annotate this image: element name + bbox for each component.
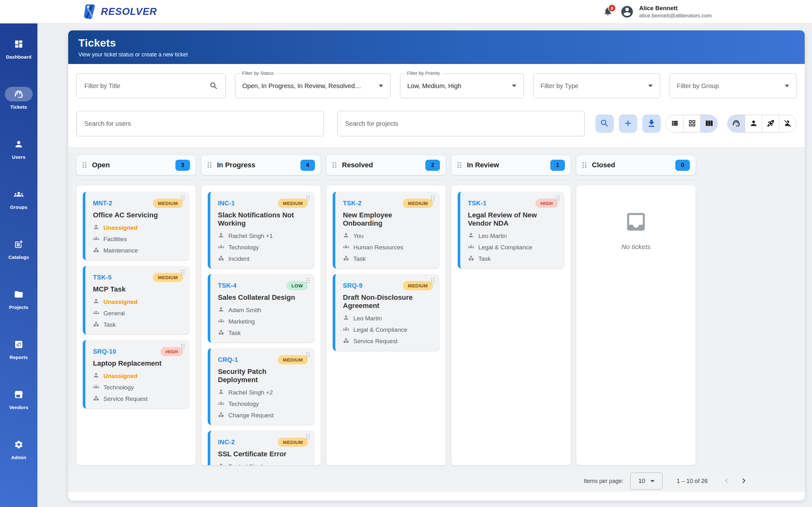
chevron-down-icon (512, 84, 516, 87)
person-icon (468, 232, 474, 240)
drag-handle-icon[interactable] (306, 352, 310, 357)
chevron-right-icon (739, 476, 749, 487)
chevron-down-icon (379, 84, 383, 87)
group-name: Legal & Compliance (478, 244, 532, 251)
drag-handle-icon[interactable] (306, 195, 310, 201)
person-icon (218, 463, 224, 465)
ticket-card-inc-1[interactable]: INC-1 MEDIUM Slack Notifications Not Wor… (208, 192, 314, 268)
ticket-card-srq-9[interactable]: SRQ-9 MEDIUM Draft Non-Disclosure Agreem… (333, 274, 439, 351)
page-title: Tickets (78, 37, 795, 49)
sidebar-item-tickets[interactable]: Tickets (0, 87, 38, 110)
filter-priority-select[interactable]: Filter by Priority Low, Medium, High (400, 73, 524, 98)
ticket-card-crq-1[interactable]: CRQ-1 MEDIUM Security Patch Deployment R… (208, 348, 314, 425)
person-icon (343, 314, 349, 322)
kanban-view-icon (705, 119, 713, 128)
unassigned-tickets-button[interactable] (779, 115, 796, 132)
kanban-view-button[interactable] (700, 115, 717, 132)
sidebar-item-catalogs[interactable]: Catalogs (0, 237, 38, 260)
notifications-button[interactable]: 8 (600, 4, 615, 19)
column-divider (77, 180, 195, 180)
drag-handle-icon[interactable] (431, 278, 435, 283)
filter-status-select[interactable]: Filter by Status Open, In Progress, In R… (235, 73, 391, 98)
filter-type-select[interactable]: Filter by Type (533, 73, 660, 98)
card-top-row: CRQ-1 MEDIUM (218, 355, 308, 364)
ticket-info: Rachel Singh +2 Technology Change Reques… (218, 389, 308, 419)
page-size-select[interactable]: 10 (630, 472, 663, 490)
filter-title-field[interactable] (77, 73, 225, 98)
group-row: Technology (218, 243, 308, 251)
sidebar-item-projects[interactable]: Projects (0, 287, 38, 310)
app: RESOLVER 8 Alice Bennett alice.bennett@a… (0, 0, 812, 507)
column-header[interactable]: Closed 0 (576, 155, 696, 175)
sidebar-item-dashboard[interactable]: Dashboard (0, 37, 38, 60)
search-users-input[interactable] (77, 111, 324, 136)
drag-handle-icon[interactable] (582, 162, 587, 168)
search-projects-input[interactable] (337, 111, 585, 136)
view-mode-toggle (666, 115, 718, 132)
resolver-logo-icon (82, 4, 98, 20)
drag-handle-icon[interactable] (306, 434, 310, 440)
user-email: alice.bennett@alliterators.com (639, 13, 712, 19)
list-view-button[interactable] (666, 115, 683, 132)
ticket-id: INC-2 (218, 439, 235, 446)
next-page-button[interactable] (737, 474, 751, 488)
priority-badge: MEDIUM (403, 199, 433, 208)
ticket-card-tsk-1[interactable]: TSK-1 HIGH Legal Review of New Vendor ND… (458, 192, 564, 268)
add-ticket-button[interactable] (619, 114, 637, 133)
assignee-row: Leo Martin (343, 314, 433, 322)
sidebar-item-label: Projects (9, 304, 29, 310)
column-header[interactable]: Open 3 (77, 155, 196, 175)
ticket-card-srq-10[interactable]: SRQ-10 HIGH Laptop Replacement Unassigne… (83, 340, 189, 408)
ticket-id: MNT-2 (93, 200, 112, 207)
grid-view-button[interactable] (683, 115, 700, 132)
previous-page-button[interactable] (720, 474, 734, 488)
my-tickets-button[interactable] (745, 115, 762, 132)
column-header[interactable]: In Progress 4 (201, 155, 321, 175)
rocket-icon (767, 119, 775, 128)
sidebar-item-reports[interactable]: Reports (0, 337, 38, 360)
drag-handle-icon[interactable] (181, 269, 185, 275)
drag-handle-icon[interactable] (332, 162, 337, 168)
support-tickets-button[interactable] (728, 115, 745, 132)
group-row: Human Resources (343, 243, 433, 251)
type-row: Task (343, 255, 433, 263)
ticket-card-tsk-2[interactable]: TSK-2 MEDIUM New Employee Onboarding You… (333, 192, 439, 268)
sidebar-item-groups[interactable]: Groups (0, 187, 38, 210)
ticket-title: Office AC Servicing (93, 211, 183, 219)
groups-icon (93, 383, 99, 391)
filter-group-select[interactable]: Filter by Group (670, 73, 797, 98)
sidebar-item-users[interactable]: Users (0, 137, 38, 160)
search-icon (209, 81, 218, 90)
ticket-card-tsk-5[interactable]: TSK-5 MEDIUM MCP Task Unassigned General… (83, 266, 189, 334)
filter-title-input[interactable] (84, 82, 209, 90)
sidebar-item-admin[interactable]: Admin (0, 437, 38, 460)
card-top-row: INC-2 MEDIUM (218, 438, 308, 447)
download-button[interactable] (642, 114, 661, 133)
drag-handle-icon[interactable] (181, 343, 185, 349)
drag-handle-icon[interactable] (431, 195, 435, 201)
drag-handle-icon[interactable] (457, 162, 462, 168)
column-header[interactable]: Resolved 2 (326, 155, 446, 175)
drag-handle-icon[interactable] (82, 162, 87, 168)
type-name: Service Request (353, 338, 397, 345)
type-row: Service Request (343, 337, 433, 345)
assignee-row: Rachel Singh (218, 463, 308, 465)
sidebar-item-vendors[interactable]: Vendors (0, 387, 38, 410)
group-row: Legal & Compliance (343, 326, 433, 334)
drag-handle-icon[interactable] (181, 195, 185, 201)
category-icon (343, 255, 349, 263)
search-button[interactable] (595, 114, 614, 133)
ticket-card-inc-2[interactable]: INC-2 MEDIUM SSL Certificate Error Rache… (208, 431, 314, 465)
avatar[interactable] (620, 5, 634, 19)
ticket-title: Sales Collateral Design (218, 293, 308, 302)
launched-tickets-button[interactable] (762, 115, 779, 132)
drag-handle-icon[interactable] (556, 195, 560, 201)
sidebar-item-label: Groups (10, 205, 28, 210)
ticket-card-tsk-4[interactable]: TSK-4 LOW Sales Collateral Design Adam S… (208, 274, 314, 343)
column-header[interactable]: In Review 1 (451, 155, 571, 175)
sidebar-item-label: Users (12, 154, 26, 160)
column-count-badge: 4 (300, 160, 315, 171)
drag-handle-icon[interactable] (207, 162, 212, 168)
drag-handle-icon[interactable] (306, 278, 310, 283)
ticket-card-mnt-2[interactable]: MNT-2 MEDIUM Office AC Servicing Unassig… (83, 192, 189, 260)
